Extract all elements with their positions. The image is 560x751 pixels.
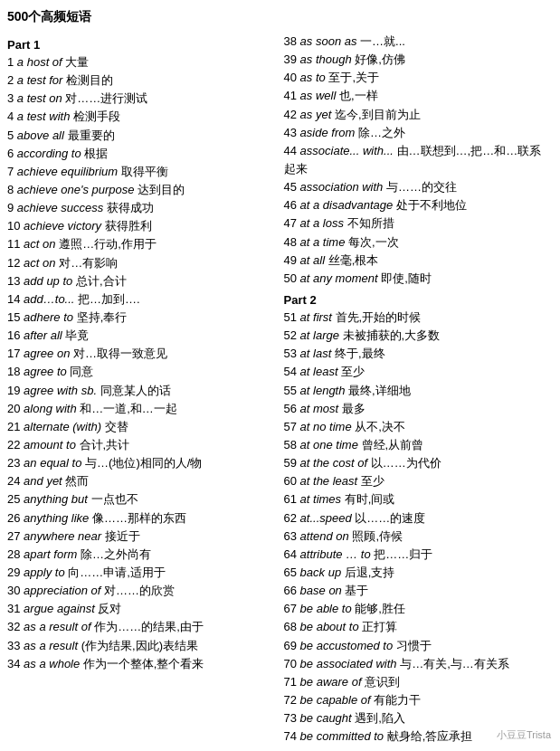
page-title: 500个高频短语 xyxy=(7,9,553,25)
list-item: 22 amount to 合计,共计 xyxy=(7,436,277,454)
list-item: 49 at all 丝毫,根本 xyxy=(284,252,554,270)
list-item: 67 be able to 能够,胜任 xyxy=(284,600,554,618)
watermark: 小豆豆Trista xyxy=(497,728,551,742)
list-item: 69 be accustomed to 习惯于 xyxy=(284,637,554,655)
list-item: 70 be associated with 与…有关,与…有关系 xyxy=(284,655,554,673)
list-item: 5 above all 最重要的 xyxy=(7,127,277,145)
list-item: 11 act on 遵照…行动,作用于 xyxy=(7,235,277,253)
list-item: 10 achieve victory 获得胜利 xyxy=(7,217,277,235)
list-item: 23 an equal to 与…(地位)相同的人/物 xyxy=(7,454,277,472)
list-item: 39 as though 好像,仿佛 xyxy=(284,51,554,69)
list-item: 9 achieve success 获得成功 xyxy=(7,199,277,217)
list-item: 20 along with 和…一道,和…一起 xyxy=(7,400,277,418)
list-item: 42 as yet 迄今,到目前为止 xyxy=(284,106,554,124)
list-item: 29 apply to 向……申请,适用于 xyxy=(7,564,277,582)
list-item: 65 back up 后退,支持 xyxy=(284,564,554,582)
list-item: 54 at least 至少 xyxy=(284,363,554,381)
list-item: 73 be caught 遇到,陷入 xyxy=(284,709,554,727)
list-item: 16 after all 毕竟 xyxy=(7,327,277,345)
list-item: 50 at any moment 即使,随时 xyxy=(284,270,554,288)
list-item: 63 attend on 照顾,侍候 xyxy=(284,528,554,546)
list-item: 26 anything like 像……那样的东西 xyxy=(7,509,277,528)
list-item: 58 at one time 曾经,从前曾 xyxy=(284,436,554,454)
list-item: 71 be aware of 意识到 xyxy=(284,673,554,691)
list-item: 3 a test on 对……进行测试 xyxy=(7,90,277,108)
list-item: 60 at the least 至少 xyxy=(284,472,554,490)
list-item: 7 achieve equilibrium 取得平衡 xyxy=(7,163,277,181)
list-item: 57 at no time 从不,决不 xyxy=(284,418,554,436)
list-item: 12 act on 对…有影响 xyxy=(7,254,277,272)
part2-header: Part 2 xyxy=(284,293,554,307)
list-item: 28 apart form 除…之外尚有 xyxy=(7,546,277,564)
list-item: 8 achieve one's purpose 达到目的 xyxy=(7,181,277,199)
list-item: 24 and yet 然而 xyxy=(7,472,277,490)
list-item: 72 be capable of 有能力干 xyxy=(284,691,554,709)
list-item: 55 at length 最终,详细地 xyxy=(284,382,554,400)
list-item: 30 appreciation of 对……的欣赏 xyxy=(7,582,277,600)
list-item: 19 agree with sb. 同意某人的话 xyxy=(7,382,277,400)
list-item: 21 alternate (with) 交替 xyxy=(7,418,277,436)
list-item: 18 agree to 同意 xyxy=(7,363,277,381)
left-items-container: 1 a host of 大量2 a test for 检测目的3 a test … xyxy=(7,53,277,673)
list-item: 51 at first 首先,开始的时候 xyxy=(284,309,554,327)
list-item: 46 at a disadvantage 处于不利地位 xyxy=(284,196,554,214)
list-item: 40 as to 至于,关于 xyxy=(284,69,554,87)
list-item: 45 association with 与……的交往 xyxy=(284,178,554,196)
list-item: 52 at large 未被捕获的,大多数 xyxy=(284,327,554,345)
list-item: 68 be about to 正打算 xyxy=(284,618,554,636)
list-item: 59 at the cost of 以……为代价 xyxy=(284,454,554,472)
left-column: Part 1 1 a host of 大量2 a test for 检测目的3 … xyxy=(7,33,280,746)
list-item: 32 as a result of 作为……的结果,由于 xyxy=(7,618,277,636)
list-item: 53 at last 终于,最终 xyxy=(284,345,554,363)
list-item: 1 a host of 大量 xyxy=(7,53,277,71)
list-item: 66 base on 基于 xyxy=(284,582,554,600)
list-item: 34 as a whole 作为一个整体,整个看来 xyxy=(7,655,277,673)
right-items-bottom-container: 51 at first 首先,开始的时候52 at large 未被捕获的,大多… xyxy=(284,309,554,746)
list-item: 2 a test for 检测目的 xyxy=(7,71,277,90)
list-item: 4 a test with 检测手段 xyxy=(7,108,277,126)
list-item: 47 at a loss 不知所措 xyxy=(284,214,554,233)
list-item: 13 add up to 总计,合计 xyxy=(7,272,277,290)
list-item: 33 as a result (作为结果,因此)表结果 xyxy=(7,637,277,655)
list-item: 17 agree on 对…取得一致意见 xyxy=(7,345,277,363)
list-item: 43 aside from 除…之外 xyxy=(284,124,554,142)
list-item: 31 argue against 反对 xyxy=(7,600,277,618)
list-item: 44 associate... with... 由…联想到…,把…和…联系起来 xyxy=(284,142,554,178)
list-item: 38 as soon as 一…就... xyxy=(284,33,554,51)
list-item: 62 at...speed 以……的速度 xyxy=(284,509,554,528)
part1-header: Part 1 xyxy=(7,38,277,52)
right-column: 38 as soon as 一…就...39 as though 好像,仿佛40… xyxy=(280,33,554,746)
list-item: 61 at times 有时,间或 xyxy=(284,490,554,509)
list-item: 48 at a time 每次,一次 xyxy=(284,233,554,252)
list-item: 64 attribute … to 把……归于 xyxy=(284,546,554,564)
list-item: 56 at most 最多 xyxy=(284,400,554,418)
list-item: 14 add…to... 把…加到…. xyxy=(7,290,277,309)
list-item: 15 adhere to 坚持,奉行 xyxy=(7,309,277,327)
list-item: 25 anything but 一点也不 xyxy=(7,490,277,509)
list-item: 27 anywhere near 接近于 xyxy=(7,528,277,546)
list-item: 6 according to 根据 xyxy=(7,145,277,163)
right-items-top-container: 38 as soon as 一…就...39 as though 好像,仿佛40… xyxy=(284,33,554,288)
list-item: 41 as well 也,一样 xyxy=(284,87,554,105)
